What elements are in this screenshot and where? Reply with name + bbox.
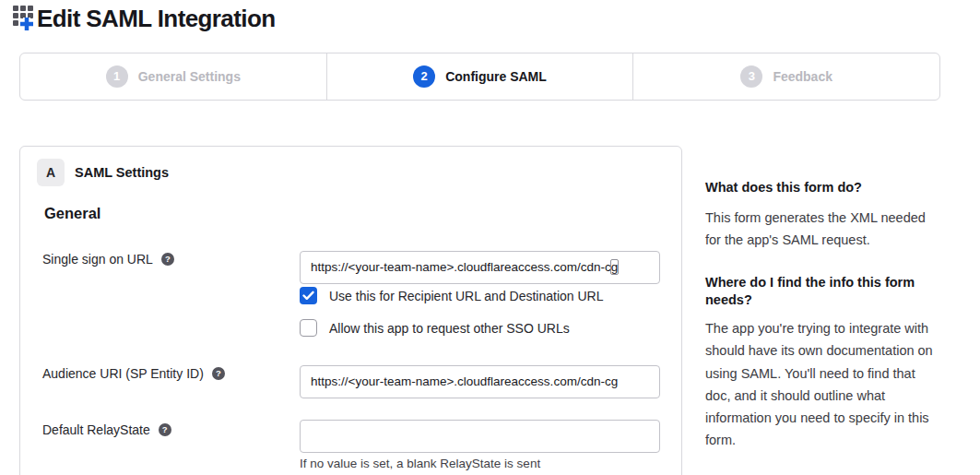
question-icon[interactable]: ? [212,367,225,380]
relaystate-helper-text: If no value is set, a blank RelayState i… [300,457,540,470]
recipient-url-checkbox-row[interactable]: Use this for Recipient URL and Destinati… [300,287,604,304]
text-cursor [610,259,619,275]
question-icon[interactable]: ? [161,253,174,266]
checkbox-unchecked-icon[interactable] [300,319,317,337]
checkbox-label: Allow this app to request other SSO URLs [329,321,570,336]
section-title: SAML Settings [75,159,169,186]
default-relaystate-label: Default RelayState ? [42,422,171,437]
help-answer-1: This form generates the XML needed for t… [705,207,926,252]
step-number-badge: 3 [740,65,762,88]
default-relaystate-input[interactable] [300,420,660,453]
sso-url-value: https://<your-team-name>.cloudflareacces… [311,260,618,274]
step-label: Feedback [773,69,832,84]
step-number-badge: 2 [413,65,435,88]
other-sso-urls-checkbox-row[interactable]: Allow this app to request other SSO URLs [300,319,570,337]
group-title-general: General [44,205,100,222]
checkbox-checked-icon[interactable] [300,287,317,304]
sso-url-input[interactable]: https://<your-team-name>.cloudflareacces… [300,251,660,284]
app-grid-add-icon [11,3,39,34]
page-title: Edit SAML Integration [37,0,275,37]
sso-url-label: Single sign on URL ? [42,252,174,267]
step-label: Configure SAML [445,69,547,84]
help-answer-2: The app you're trying to integrate with … [705,317,933,452]
wizard-step-general-settings[interactable]: 1 General Settings [20,53,326,100]
step-number-badge: 1 [106,65,128,88]
help-question-2: Where do I find the info this form needs… [705,274,915,309]
audience-uri-value: https://<your-team-name>.cloudflareacces… [311,374,618,388]
wizard-step-feedback[interactable]: 3 Feedback [632,53,939,100]
sso-url-label-text: Single sign on URL [42,252,153,267]
checkbox-label: Use this for Recipient URL and Destinati… [329,289,604,303]
section-badge: A [37,159,65,186]
audience-uri-label-text: Audience URI (SP Entity ID) [42,366,204,381]
question-icon[interactable]: ? [159,423,171,436]
saml-settings-panel: A SAML Settings General Single sign on U… [19,146,682,475]
audience-uri-label: Audience URI (SP Entity ID) ? [42,366,225,381]
help-question-1: What does this form do? [705,179,862,196]
audience-uri-input[interactable]: https://<your-team-name>.cloudflareacces… [300,365,660,398]
edit-saml-integration-page: { "header": { "title": "Edit SAML Integr… [0,0,980,475]
step-label: General Settings [138,69,241,84]
wizard-steps: 1 General Settings 2 Configure SAML 3 Fe… [19,53,940,101]
default-relaystate-label-text: Default RelayState [42,422,150,437]
wizard-step-configure-saml[interactable]: 2 Configure SAML [326,53,633,100]
